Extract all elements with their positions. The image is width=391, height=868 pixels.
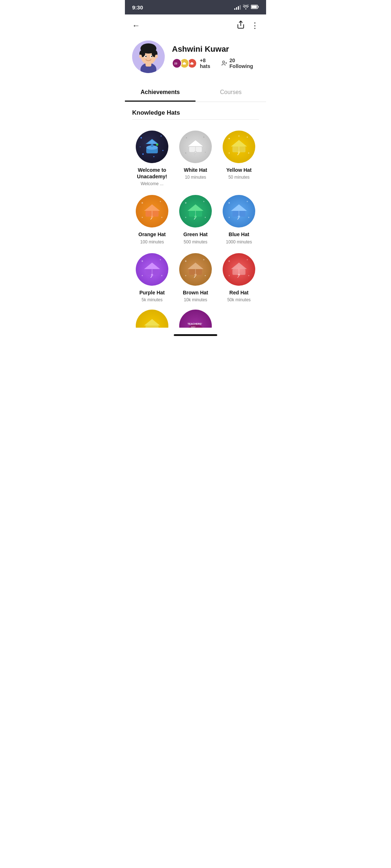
svg-point-103 xyxy=(248,275,249,276)
profile-info: Ashwini Kuwar 23 xyxy=(172,44,259,69)
svg-point-86 xyxy=(142,275,143,276)
avatar xyxy=(132,41,165,73)
svg-point-16 xyxy=(151,56,152,57)
svg-point-15 xyxy=(145,56,147,57)
hat-sublabel-yellow: 50 minutes xyxy=(228,175,250,180)
hat-item-yellow[interactable]: Yellow Hat 50 minutes xyxy=(219,131,259,186)
svg-point-30 xyxy=(140,146,140,147)
profile-section: Ashwini Kuwar 23 xyxy=(125,37,266,80)
hat-circle-yellow xyxy=(223,131,255,163)
hat-item-partial-gold[interactable] xyxy=(132,310,172,328)
badge-1: 23 xyxy=(172,58,182,68)
hat-circle-welcome xyxy=(136,131,168,163)
share-button[interactable] xyxy=(236,20,245,31)
svg-point-77 xyxy=(229,217,230,218)
svg-point-46 xyxy=(228,138,230,139)
svg-marker-20 xyxy=(190,62,194,64)
hat-sublabel-purple: 5k minutes xyxy=(142,297,163,302)
hat-sublabel-orange: 100 minutes xyxy=(140,239,164,244)
hat-label-welcome: Welcome toUnacademy! xyxy=(137,167,167,180)
hat-sublabel-green: 500 minutes xyxy=(184,239,207,244)
tab-courses[interactable]: Courses xyxy=(196,84,266,102)
svg-point-65 xyxy=(185,202,186,204)
svg-point-104 xyxy=(229,275,230,276)
svg-point-25 xyxy=(140,137,142,139)
status-bar: 9:30 xyxy=(125,0,266,14)
hat-item-red[interactable]: Red Hat 50k minutes xyxy=(219,253,259,302)
tab-achievements[interactable]: Achievements xyxy=(125,84,196,102)
svg-rect-19 xyxy=(183,64,186,65)
hat-item-partial-teachers[interactable]: TEACHERS' DAY xyxy=(176,310,215,328)
hat-item-white[interactable]: White Hat 10 minutes xyxy=(176,131,215,186)
svg-point-85 xyxy=(161,275,163,276)
hat-circle-brown xyxy=(179,253,212,286)
top-nav: ← ⋮ xyxy=(125,14,266,37)
profile-name: Ashwini Kuwar xyxy=(172,44,259,54)
hat-item-orange[interactable]: Orange Hat 100 minutes xyxy=(132,195,172,244)
hat-sublabel-welcome: Welcome ... xyxy=(140,181,163,186)
svg-point-57 xyxy=(160,201,161,202)
profile-stats: 23 +8 hats xyxy=(172,58,259,69)
hat-circle-orange xyxy=(136,195,168,227)
hat-label-purple: Purple Hat xyxy=(139,289,165,296)
svg-point-67 xyxy=(205,217,206,218)
svg-point-47 xyxy=(247,137,248,138)
svg-point-94 xyxy=(205,275,206,276)
signal-icon xyxy=(234,5,241,10)
hat-label-yellow: Yellow Hat xyxy=(226,167,252,173)
hat-circle-blue xyxy=(223,195,255,227)
svg-point-39 xyxy=(205,152,206,153)
hats-grid: Welcome toUnacademy! Welcome ... xyxy=(125,127,266,310)
svg-rect-2 xyxy=(258,6,259,8)
more-options-button[interactable]: ⋮ xyxy=(251,21,259,30)
svg-rect-1 xyxy=(252,6,257,8)
svg-point-38 xyxy=(203,137,205,138)
hat-label-brown: Brown Hat xyxy=(183,289,208,296)
following-count: 20 Following xyxy=(230,58,259,69)
hat-label-red: Red Hat xyxy=(230,289,249,296)
hat-label-white: White Hat xyxy=(184,167,207,173)
hat-item-blue[interactable]: Blue Hat 1000 minutes xyxy=(219,195,259,244)
status-time: 9:30 xyxy=(132,4,143,10)
hats-count: +8 hats xyxy=(200,58,217,69)
hats-partial-row: TEACHERS' DAY xyxy=(125,310,266,331)
svg-rect-21 xyxy=(190,64,193,65)
hat-circle-white xyxy=(179,131,212,163)
svg-marker-110 xyxy=(144,319,160,326)
svg-text:23: 23 xyxy=(175,62,177,65)
hat-item-welcome[interactable]: Welcome toUnacademy! Welcome ... xyxy=(132,131,172,186)
hat-circle-red xyxy=(223,253,255,286)
hat-item-green[interactable]: Green Hat 500 minutes xyxy=(176,195,215,244)
svg-text:DAY: DAY xyxy=(191,326,196,328)
svg-point-102 xyxy=(247,259,248,260)
svg-point-95 xyxy=(185,275,186,276)
hat-circle-purple xyxy=(136,253,168,286)
svg-point-48 xyxy=(248,153,249,154)
svg-point-66 xyxy=(203,201,205,202)
home-indicator xyxy=(174,334,217,336)
nav-right-actions: ⋮ xyxy=(236,20,259,31)
back-button[interactable]: ← xyxy=(132,21,140,30)
svg-point-37 xyxy=(186,137,187,139)
svg-point-49 xyxy=(229,153,230,154)
svg-point-26 xyxy=(161,136,162,137)
hat-item-brown[interactable]: Brown Hat 10k minutes xyxy=(176,253,215,302)
status-icons xyxy=(234,4,259,10)
profile-tabs: Achievements Courses xyxy=(125,84,266,102)
svg-point-27 xyxy=(163,150,164,151)
following-stat: 20 Following xyxy=(221,58,259,69)
following-icon xyxy=(221,60,227,67)
svg-text:TEACHERS': TEACHERS' xyxy=(188,323,202,325)
svg-point-68 xyxy=(185,217,186,218)
hat-label-blue: Blue Hat xyxy=(229,231,249,238)
hats-badges: 23 +8 hats xyxy=(172,58,217,69)
svg-point-59 xyxy=(142,217,143,218)
svg-point-58 xyxy=(161,217,163,218)
svg-point-40 xyxy=(185,153,186,154)
svg-point-84 xyxy=(160,259,161,260)
svg-point-76 xyxy=(248,217,249,218)
hat-sublabel-white: 10 minutes xyxy=(185,175,206,180)
hat-item-purple[interactable]: Purple Hat 5k minutes xyxy=(132,253,172,302)
svg-point-12 xyxy=(155,55,158,58)
svg-point-74 xyxy=(228,202,230,204)
